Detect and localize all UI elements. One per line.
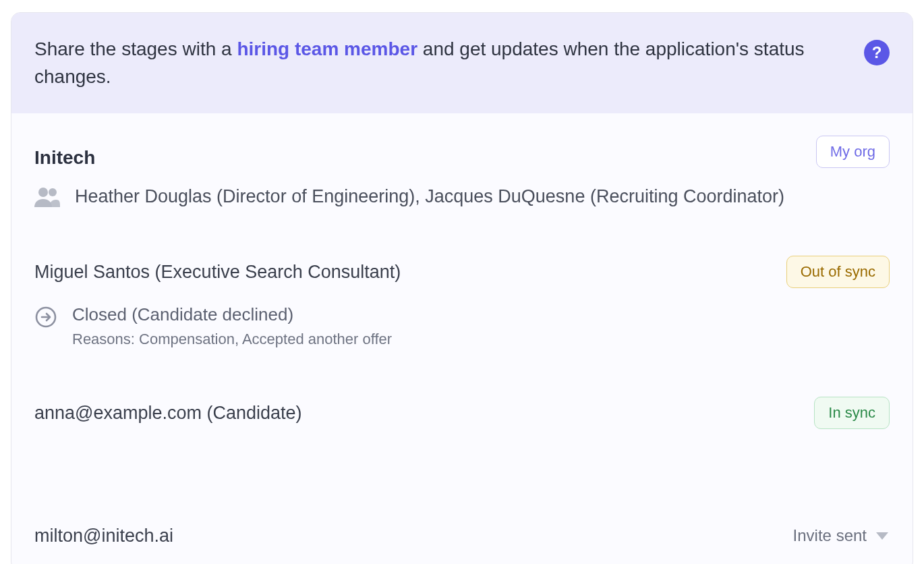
org-header-row: Initech My org [34, 135, 890, 169]
banner-text-prefix: Share the stages with a [34, 38, 237, 59]
pending-invite-row: milton@initech.ai Invite sent [34, 522, 890, 549]
participant-header: Miguel Santos (Executive Search Consulta… [34, 256, 890, 288]
org-people-text: Heather Douglas (Director of Engineering… [75, 186, 784, 207]
invite-status-label: Invite sent [793, 526, 867, 545]
share-stages-card: Share the stages with a hiring team memb… [11, 12, 913, 564]
info-banner: Share the stages with a hiring team memb… [11, 13, 913, 113]
participant-row: Miguel Santos (Executive Search Consulta… [34, 256, 890, 348]
org-name: Initech [34, 135, 95, 169]
participant-status-line: Closed (Candidate declined) Reasons: Com… [34, 304, 890, 348]
arrow-right-circle-icon [34, 306, 57, 331]
participant-title: anna@example.com (Candidate) [34, 403, 302, 424]
org-people-row: Heather Douglas (Director of Engineering… [34, 186, 890, 207]
chevron-down-icon [876, 532, 888, 540]
banner-message: Share the stages with a hiring team memb… [34, 36, 830, 90]
participant-title: Miguel Santos (Executive Search Consulta… [34, 262, 401, 283]
help-glyph: ? [872, 43, 882, 62]
svg-point-0 [38, 188, 48, 197]
participant-header: anna@example.com (Candidate) In sync [34, 397, 890, 429]
pending-email: milton@initech.ai [34, 526, 173, 546]
people-icon [34, 187, 60, 207]
participant-status-main: Closed (Candidate declined) [72, 304, 392, 325]
hiring-team-member-link[interactable]: hiring team member [237, 38, 417, 59]
participant-status-text: Closed (Candidate declined) Reasons: Com… [72, 304, 392, 348]
sync-badge-in-sync: In sync [814, 397, 890, 429]
invite-status-dropdown[interactable]: Invite sent [792, 522, 890, 549]
sync-badge-out-of-sync: Out of sync [786, 256, 890, 288]
svg-point-1 [49, 188, 57, 196]
help-icon[interactable]: ? [864, 40, 890, 65]
participant-row: anna@example.com (Candidate) In sync [34, 397, 890, 429]
card-body: Initech My org Heather Douglas (Director… [11, 113, 913, 564]
my-org-badge: My org [816, 136, 890, 168]
participant-status-reasons: Reasons: Compensation, Accepted another … [72, 331, 392, 348]
